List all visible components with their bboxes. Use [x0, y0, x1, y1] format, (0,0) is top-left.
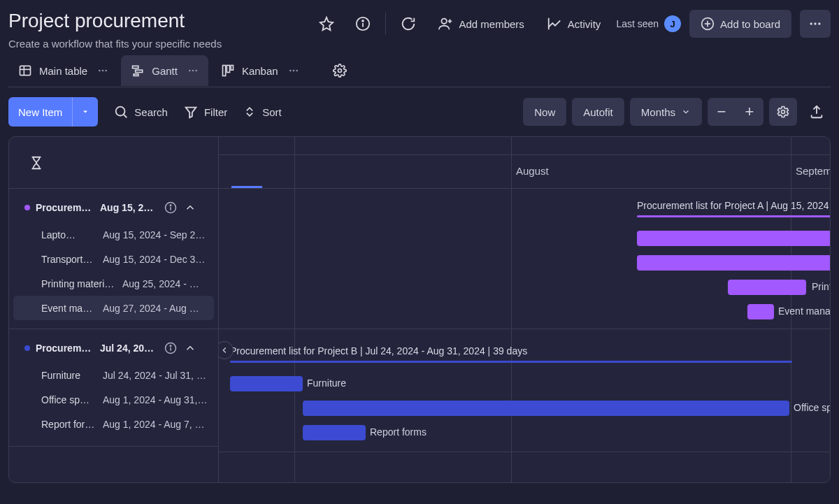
gantt-settings-button[interactable] — [769, 98, 797, 126]
activity-button[interactable]: Activity — [540, 10, 608, 38]
tab-main-table[interactable]: Main table — [8, 55, 118, 86]
svg-point-2 — [363, 20, 364, 22]
svg-rect-19 — [133, 66, 138, 68]
new-item-button[interactable]: New Item — [8, 97, 98, 127]
svg-point-12 — [818, 22, 820, 24]
tab-main-table-label: Main table — [39, 65, 87, 77]
svg-point-24 — [195, 70, 197, 72]
add-to-board-button[interactable]: Add to board — [689, 10, 791, 38]
views-settings-button[interactable] — [326, 57, 354, 85]
task-name: Report for… — [41, 419, 96, 430]
add-person-icon — [438, 16, 453, 31]
group-summary-bar[interactable] — [637, 215, 830, 217]
task-row[interactable]: Event manag…Aug 27, 2024 - Aug … — [13, 296, 214, 320]
autofit-button[interactable]: Autofit — [572, 98, 624, 126]
group-collapse-icon[interactable] — [184, 342, 196, 354]
filter-label: Filter — [204, 106, 227, 118]
info-icon[interactable] — [349, 10, 377, 38]
task-name: Event manag… — [41, 303, 96, 314]
task-row[interactable]: Transport…Aug 15, 2024 - Dec 3… — [9, 247, 218, 271]
task-bar-label: Printing materials for leaflets — [812, 281, 830, 292]
task-bar[interactable] — [303, 425, 366, 440]
group-header[interactable]: Procureme… Aug 15, 20… — [9, 193, 218, 222]
search-button[interactable]: Search — [113, 104, 168, 120]
star-icon[interactable] — [313, 10, 340, 38]
task-bar-label: Furniture — [307, 377, 346, 389]
group-color-dot — [24, 345, 30, 351]
task-name: Lapto… — [41, 229, 96, 240]
svg-rect-20 — [136, 70, 143, 72]
task-bar[interactable] — [637, 255, 830, 271]
table-icon — [18, 64, 32, 78]
zoom-controls: − + — [708, 98, 763, 126]
svg-point-29 — [292, 70, 294, 72]
group-collapse-icon[interactable] — [184, 201, 196, 214]
group-info-icon[interactable] — [164, 342, 177, 354]
tab-kanban[interactable]: Kanban — [211, 55, 309, 86]
zoom-out-button[interactable]: − — [708, 98, 736, 126]
tab-gantt-menu[interactable] — [187, 65, 199, 76]
scroll-left-handle[interactable] — [219, 341, 234, 359]
more-button[interactable] — [800, 10, 831, 38]
timescale-select[interactable]: Months — [630, 98, 702, 126]
task-bar[interactable] — [303, 401, 789, 416]
svg-rect-21 — [134, 74, 138, 76]
task-dates: Aug 27, 2024 - Aug … — [103, 303, 208, 314]
svg-point-11 — [814, 22, 816, 24]
refresh-icon[interactable] — [394, 10, 422, 38]
divider — [9, 446, 218, 447]
zoom-in-button[interactable]: + — [736, 98, 763, 126]
gantt-view: Procureme… Aug 15, 20… Lapto…Aug 15, 202… — [8, 136, 831, 483]
task-dates: Jul 24, 2024 - Jul 31, 2024 — [103, 370, 208, 381]
avatar[interactable]: J — [664, 15, 681, 32]
hourglass-icon — [29, 155, 44, 171]
task-name: Office sp… — [41, 394, 96, 405]
today-marker — [231, 186, 262, 188]
task-bar[interactable] — [230, 376, 303, 391]
group-header[interactable]: Procureme… Jul 24, 20… — [9, 333, 218, 363]
plus-circle-icon — [701, 17, 715, 31]
filter-icon — [183, 104, 199, 120]
export-button[interactable] — [803, 98, 831, 126]
task-row[interactable]: Printing material…Aug 25, 2024 - … — [9, 271, 218, 296]
task-row[interactable]: Office sp…Aug 1, 2024 - Aug 31, … — [9, 387, 218, 412]
add-members-button[interactable]: Add members — [431, 10, 531, 38]
task-row[interactable]: FurnitureJul 24, 2024 - Jul 31, 2024 — [9, 363, 218, 387]
group-name: Procureme… — [36, 343, 94, 354]
tab-kanban-menu[interactable] — [288, 65, 299, 76]
timescale-label: Months — [641, 106, 675, 118]
upload-icon — [809, 104, 824, 120]
svg-point-22 — [189, 70, 191, 72]
group-info-icon[interactable] — [164, 201, 177, 214]
svg-point-10 — [810, 22, 812, 24]
svg-point-17 — [102, 70, 104, 72]
new-item-dropdown[interactable] — [72, 97, 98, 127]
dots-icon — [808, 17, 822, 31]
autofit-label: Autofit — [583, 106, 613, 118]
new-item-label: New Item — [8, 106, 72, 118]
now-button[interactable]: Now — [523, 98, 566, 126]
sort-icon — [243, 105, 257, 119]
task-dates: Aug 1, 2024 - Aug 7, 2… — [103, 419, 208, 430]
gridline — [511, 155, 512, 188]
gantt-corner — [9, 137, 218, 189]
svg-point-31 — [338, 69, 341, 73]
task-row[interactable]: Lapto…Aug 15, 2024 - Sep 22, 20… — [9, 222, 218, 247]
activity-label: Activity — [568, 18, 601, 30]
tab-main-table-menu[interactable] — [97, 65, 108, 76]
svg-rect-13 — [20, 66, 31, 75]
filter-button[interactable]: Filter — [183, 104, 227, 120]
task-bar[interactable] — [747, 304, 774, 319]
gear-icon — [776, 105, 790, 119]
task-row[interactable]: Report for…Aug 1, 2024 - Aug 7, 2… — [9, 412, 218, 436]
sort-button[interactable]: Sort — [243, 105, 282, 119]
chevron-down-icon — [681, 107, 691, 117]
group-bar-label: Procurement list for Project B | Jul 24,… — [230, 345, 527, 357]
task-dates: Aug 25, 2024 - … — [122, 278, 208, 289]
gantt-icon — [131, 64, 145, 78]
task-bar[interactable] — [728, 280, 806, 295]
tab-gantt[interactable]: Gantt — [121, 55, 208, 86]
svg-point-3 — [442, 19, 447, 24]
task-bar[interactable] — [637, 231, 830, 246]
group-summary-bar[interactable] — [230, 361, 792, 363]
